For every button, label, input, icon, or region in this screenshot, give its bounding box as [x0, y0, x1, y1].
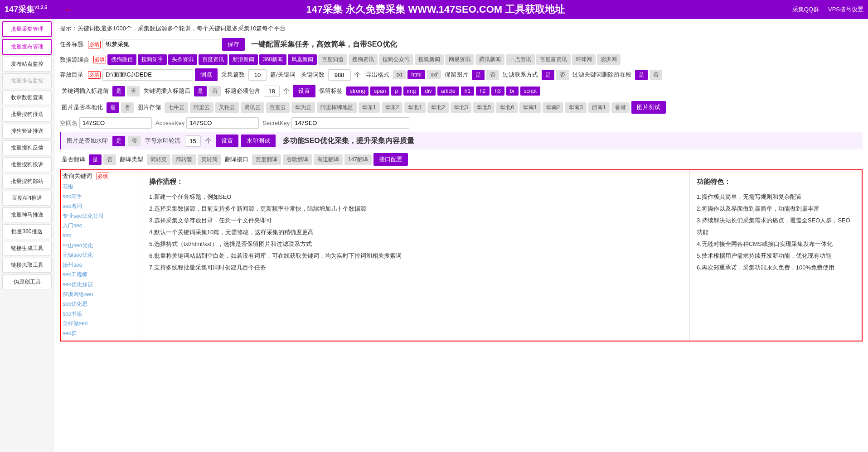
- kw-3[interactable]: 专业seo优化公司: [63, 212, 140, 221]
- insert-after-no[interactable]: 否: [209, 86, 221, 96]
- sidebar-item-sogou-mail[interactable]: 批量搜狗邮站: [2, 174, 52, 189]
- api-google[interactable]: 谷歌翻译: [283, 154, 312, 165]
- format-xxf-btn[interactable]: xxf: [427, 70, 441, 79]
- watermark-test-button[interactable]: 水印测试: [241, 135, 276, 147]
- cloud-youpai[interactable]: 又拍云: [215, 102, 239, 113]
- region-north2[interactable]: 华北2: [427, 102, 449, 113]
- kw-0[interactable]: 花椒: [63, 182, 140, 192]
- sidebar-item-sogou-push[interactable]: 批量搜狗推送: [2, 107, 52, 122]
- sidebar-item-baidu-api[interactable]: 百度API推送: [2, 191, 52, 206]
- image-test-button[interactable]: 图片测试: [631, 101, 666, 114]
- region-east1[interactable]: 华东1: [359, 102, 380, 113]
- tag-h2[interactable]: h2: [476, 87, 489, 96]
- region-south1[interactable]: 华南1: [519, 102, 541, 113]
- qq-group-link[interactable]: 采集QQ群: [792, 5, 819, 14]
- api-youdao[interactable]: 有道翻译: [314, 154, 343, 165]
- tag-br[interactable]: br: [506, 87, 519, 96]
- trans-ying-jian[interactable]: 英转简: [198, 154, 221, 165]
- font-count-input[interactable]: [185, 135, 201, 147]
- trans-jian-ying[interactable]: 简转英: [147, 154, 170, 165]
- kw-1[interactable]: seo高手: [63, 192, 140, 202]
- tag-article[interactable]: article: [437, 87, 459, 96]
- ds-sohu-news[interactable]: 搜狐新闻: [415, 54, 444, 65]
- region-hongkong[interactable]: 香港: [611, 102, 630, 113]
- browse-button[interactable]: 浏览: [195, 68, 218, 81]
- tag-strong[interactable]: strong: [346, 87, 369, 96]
- ds-pengpai[interactable]: 澎湃网: [597, 54, 621, 65]
- namespace-input[interactable]: [79, 117, 152, 129]
- save-button[interactable]: 保存: [222, 38, 245, 51]
- sidebar-item-collect[interactable]: 批量采集管理: [2, 21, 52, 37]
- filter-kw-no[interactable]: 否: [650, 70, 662, 80]
- kw-2[interactable]: seo名词: [63, 202, 140, 212]
- ds-baidu-news[interactable]: 百度资讯: [199, 54, 228, 65]
- kw-15[interactable]: seo群: [63, 329, 140, 339]
- tag-h3[interactable]: h3: [491, 87, 504, 96]
- cloud-tencent[interactable]: 腾讯云: [241, 102, 264, 113]
- keep-image-yes[interactable]: 是: [472, 70, 485, 80]
- collect-count-input[interactable]: [248, 69, 267, 81]
- sidebar-item-publish[interactable]: 批量发布管理: [2, 39, 52, 55]
- cloud-huawei[interactable]: 华为云: [291, 102, 315, 113]
- sidebar-item-record[interactable]: 收录数据查询: [2, 90, 52, 105]
- must-contain-count[interactable]: [264, 86, 280, 97]
- settings-button[interactable]: 设置: [293, 85, 315, 97]
- sidebar-item-sogou-feedback[interactable]: 批量搜狗反馈: [2, 140, 52, 155]
- local-image-no[interactable]: 否: [121, 102, 134, 113]
- filter-contact-yes[interactable]: 是: [542, 70, 554, 80]
- sidebar-item-sogou-complaint[interactable]: 批量搜狗投诉: [2, 157, 52, 172]
- ds-toutiao[interactable]: 头条资讯: [168, 54, 197, 65]
- format-txt-btn[interactable]: txt: [393, 70, 406, 79]
- ds-sogou-weixin[interactable]: 搜狗微信: [107, 54, 136, 65]
- kw-4[interactable]: 入门seo: [63, 221, 140, 231]
- task-input[interactable]: [102, 39, 220, 50]
- cloud-baidu[interactable]: 百度云: [266, 102, 290, 113]
- tag-div[interactable]: div: [421, 87, 435, 96]
- region-north3[interactable]: 华北3: [451, 102, 472, 113]
- ds-sogou-zhihu[interactable]: 搜狗知乎: [138, 54, 167, 65]
- kw-10[interactable]: seo优化知识: [63, 280, 140, 290]
- ds-fenghuang[interactable]: 凤凰新闻: [288, 54, 317, 65]
- tag-script[interactable]: script: [520, 87, 541, 96]
- sidebar-item-link-gen[interactable]: 链接生成工具: [2, 241, 52, 256]
- region-north5[interactable]: 华北5: [473, 102, 495, 113]
- kw-5[interactable]: seo: [63, 231, 140, 241]
- cloud-qiniu[interactable]: 七牛云: [165, 102, 188, 113]
- kw-7[interactable]: 无锡seo优化: [63, 250, 140, 260]
- kw-6[interactable]: 中山seo优化: [63, 241, 140, 251]
- keep-image-no[interactable]: 否: [486, 70, 499, 80]
- sidebar-item-shenma[interactable]: 批量神马推送: [2, 207, 52, 222]
- filter-contact-no[interactable]: 否: [556, 70, 569, 80]
- watermark-yes[interactable]: 是: [112, 136, 125, 146]
- font-settings-button[interactable]: 设置: [216, 135, 238, 147]
- trans-jian-fan[interactable]: 简转繁: [172, 154, 196, 165]
- tag-span[interactable]: span: [370, 87, 389, 96]
- kw-11[interactable]: 深圳网络seo: [63, 290, 140, 300]
- interface-config-button[interactable]: 接口配置: [373, 153, 408, 166]
- secret-key-input[interactable]: [291, 117, 409, 129]
- translate-no[interactable]: 否: [103, 154, 116, 165]
- kw-13[interactable]: seo书籍: [63, 309, 140, 319]
- region-north1[interactable]: 华北1: [404, 102, 426, 113]
- keyword-count-input[interactable]: [328, 69, 351, 81]
- ds-sogou-news[interactable]: 搜狗资讯: [349, 54, 378, 65]
- region-southwest1[interactable]: 西南1: [588, 102, 610, 113]
- ds-baidu-zhidao[interactable]: 百度知道: [318, 54, 347, 65]
- filter-kw-yes[interactable]: 是: [635, 70, 648, 80]
- tag-h1[interactable]: h1: [461, 87, 474, 96]
- region-east2[interactable]: 华东2: [382, 102, 403, 113]
- tag-img[interactable]: img: [403, 87, 419, 96]
- kw-12[interactable]: seo优化思: [63, 299, 140, 309]
- api-147[interactable]: 147翻译: [344, 154, 372, 165]
- ds-tencent-news[interactable]: 腾讯新闻: [475, 54, 504, 65]
- access-key-input[interactable]: [186, 117, 259, 129]
- translate-yes[interactable]: 是: [89, 154, 102, 165]
- region-south3[interactable]: 华南3: [565, 102, 587, 113]
- kw-14[interactable]: 怎样做seo: [63, 319, 140, 329]
- ds-sina-news[interactable]: 新浪新闻: [229, 54, 258, 65]
- region-south2[interactable]: 华南2: [543, 102, 564, 113]
- save-path-input[interactable]: [102, 69, 193, 81]
- sidebar-item-sogou-verify[interactable]: 搜狗验证推送: [2, 124, 52, 139]
- insert-after-yes[interactable]: 是: [194, 86, 207, 96]
- sidebar-item-pseudo-original[interactable]: 伪原创工具: [2, 274, 52, 289]
